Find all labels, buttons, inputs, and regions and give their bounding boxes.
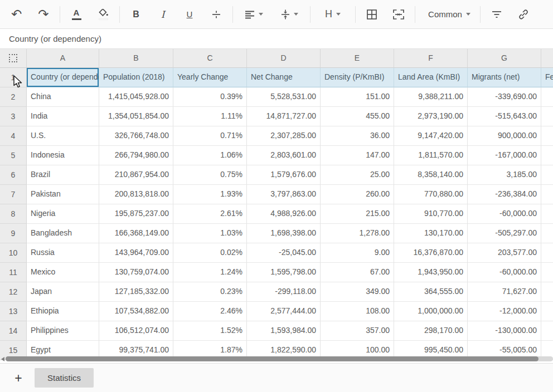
row-header-1[interactable]: 1 <box>0 68 27 87</box>
cell-B5[interactable]: 266,794,980.00 <box>99 146 173 165</box>
cell-F5[interactable]: 1,811,570.00 <box>394 146 468 165</box>
row-header-13[interactable]: 13 <box>0 302 27 321</box>
cell-A6[interactable]: Brazil <box>27 165 99 185</box>
cell-D4[interactable]: 2,307,285.00 <box>247 126 321 146</box>
cell-C12[interactable]: 0.23% <box>173 282 247 302</box>
cell-G1[interactable]: Migrants (net) <box>468 68 541 87</box>
cell-A13[interactable]: Ethiopia <box>27 302 99 321</box>
cell-partial-9[interactable] <box>541 224 553 243</box>
cell-F6[interactable]: 8,358,140.00 <box>394 165 468 185</box>
cell-partial-7[interactable] <box>541 185 553 204</box>
cell-D5[interactable]: 2,803,601.00 <box>247 146 321 165</box>
cell-B1[interactable]: Population (2018) <box>99 68 173 87</box>
cell-C1[interactable]: Yearly Change <box>173 68 247 87</box>
cell-F8[interactable]: 910,770.00 <box>394 204 468 224</box>
cell-B8[interactable]: 195,875,237.00 <box>99 204 173 224</box>
cell-G4[interactable]: 900,000.00 <box>468 126 541 146</box>
scrollbar-thumb[interactable] <box>6 356 539 361</box>
cell-C7[interactable]: 1.93% <box>173 185 247 204</box>
cell-A4[interactable]: U.S. <box>27 126 99 146</box>
cell-A7[interactable]: Pakistan <box>27 185 99 204</box>
cell-G8[interactable]: -60,000.00 <box>468 204 541 224</box>
row-header-6[interactable]: 6 <box>0 165 27 185</box>
row-header-14[interactable]: 14 <box>0 321 27 341</box>
row-header-7[interactable]: 7 <box>0 185 27 204</box>
bold-button[interactable]: B <box>125 4 147 24</box>
cell-A14[interactable]: Philippines <box>27 321 99 341</box>
cell-G6[interactable]: 3,185.00 <box>468 165 541 185</box>
cell-B7[interactable]: 200,813,818.00 <box>99 185 173 204</box>
add-sheet-button[interactable]: + <box>11 371 26 385</box>
column-header-C[interactable]: C <box>173 49 247 68</box>
cell-C14[interactable]: 1.52% <box>173 321 247 341</box>
cell-D13[interactable]: 2,577,444.00 <box>247 302 321 321</box>
cell-F1[interactable]: Land Area (KmBI) <box>394 68 468 87</box>
formula-input[interactable]: Country (or dependency) <box>9 34 101 43</box>
font-color-button[interactable]: A <box>65 4 88 24</box>
underline-button[interactable]: U <box>178 4 201 24</box>
cell-B11[interactable]: 130,759,074.00 <box>99 263 173 282</box>
cell-D1[interactable]: Net Change <box>247 68 321 87</box>
cell-A8[interactable]: Nigeria <box>27 204 99 224</box>
cell-G2[interactable]: -339,690.00 <box>468 87 541 107</box>
link-button[interactable] <box>512 4 535 24</box>
redo-button[interactable]: ↷ <box>32 4 55 24</box>
cell-E1[interactable]: Density (P/KmBI) <box>321 68 394 87</box>
row-header-4[interactable]: 4 <box>0 126 27 146</box>
italic-button[interactable]: I <box>152 4 174 24</box>
cell-E8[interactable]: 215.00 <box>321 204 394 224</box>
cell-C3[interactable]: 1.11% <box>173 107 247 126</box>
borders-button[interactable] <box>361 4 383 24</box>
heading-style-button[interactable]: H <box>316 4 350 24</box>
cell-E9[interactable]: 1,278.00 <box>321 224 394 243</box>
cell-G13[interactable]: -12,000.00 <box>468 302 541 321</box>
vertical-align-button[interactable] <box>274 4 305 24</box>
cell-partial-6[interactable] <box>541 165 553 185</box>
cell-G11[interactable]: -60,000.00 <box>468 263 541 282</box>
cell-A2[interactable]: China <box>27 87 99 107</box>
cell-D14[interactable]: 1,593,984.00 <box>247 321 321 341</box>
cell-E5[interactable]: 147.00 <box>321 146 394 165</box>
cell-E6[interactable]: 25.00 <box>321 165 394 185</box>
cell-C10[interactable]: 0.02% <box>173 243 247 263</box>
cell-C5[interactable]: 1.06% <box>173 146 247 165</box>
cell-partial-5[interactable] <box>541 146 553 165</box>
row-header-3[interactable]: 3 <box>0 107 27 126</box>
cell-B3[interactable]: 1,354,051,854.00 <box>99 107 173 126</box>
cell-D12[interactable]: -299,118.00 <box>247 282 321 302</box>
column-header-A[interactable]: A <box>27 49 99 68</box>
cell-E14[interactable]: 357.00 <box>321 321 394 341</box>
cell-G5[interactable]: -167,000.00 <box>468 146 541 165</box>
cell-partial-11[interactable] <box>541 263 553 282</box>
tab-statistics[interactable]: Statistics <box>35 368 94 388</box>
cell-D3[interactable]: 14,871,727.00 <box>247 107 321 126</box>
cell-partial-3[interactable] <box>541 107 553 126</box>
cell-F10[interactable]: 16,376,870.00 <box>394 243 468 263</box>
cell-B14[interactable]: 106,512,074.00 <box>99 321 173 341</box>
cell-F13[interactable]: 1,000,000.00 <box>394 302 468 321</box>
cell-F3[interactable]: 2,973,190.00 <box>394 107 468 126</box>
row-header-12[interactable]: 12 <box>0 282 27 302</box>
column-header-E[interactable]: E <box>321 49 394 68</box>
cell-D8[interactable]: 4,988,926.00 <box>247 204 321 224</box>
column-header-F[interactable]: F <box>394 49 468 68</box>
cell-partial-14[interactable] <box>541 321 553 341</box>
cell-A12[interactable]: Japan <box>27 282 99 302</box>
cell-D11[interactable]: 1,595,798.00 <box>247 263 321 282</box>
row-header-11[interactable]: 11 <box>0 263 27 282</box>
select-all-button[interactable] <box>0 49 27 68</box>
cell-partial-4[interactable] <box>541 126 553 146</box>
cell-G14[interactable]: -130,000.00 <box>468 321 541 341</box>
cell-D10[interactable]: -25,045.00 <box>247 243 321 263</box>
cell-G12[interactable]: 71,627.00 <box>468 282 541 302</box>
cell-G7[interactable]: -236,384.00 <box>468 185 541 204</box>
horizontal-scrollbar[interactable] <box>0 356 553 362</box>
cell-E13[interactable]: 108.00 <box>321 302 394 321</box>
column-header-partial[interactable] <box>541 49 553 68</box>
cell-F11[interactable]: 1,943,950.00 <box>394 263 468 282</box>
cell-E2[interactable]: 151.00 <box>321 87 394 107</box>
column-header-G[interactable]: G <box>468 49 541 68</box>
cell-A5[interactable]: Indonesia <box>27 146 99 165</box>
cell-C6[interactable]: 0.75% <box>173 165 247 185</box>
cell-C11[interactable]: 1.24% <box>173 263 247 282</box>
